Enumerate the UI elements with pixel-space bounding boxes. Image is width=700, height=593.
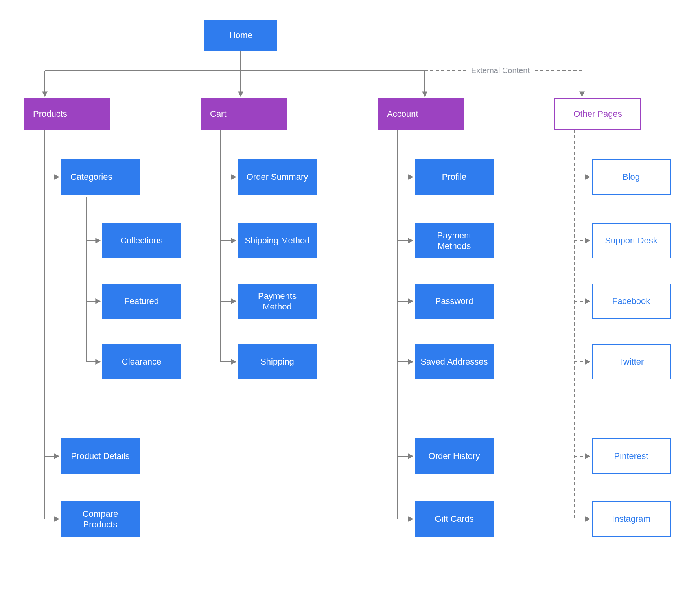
- node-profile[interactable]: Profile: [415, 159, 494, 195]
- node-products[interactable]: Products: [24, 98, 110, 130]
- node-blog[interactable]: Blog: [592, 159, 671, 195]
- node-account[interactable]: Account: [378, 98, 464, 130]
- node-shipping-method[interactable]: Shipping Method: [238, 223, 317, 258]
- node-home[interactable]: Home: [204, 20, 277, 51]
- node-shipping[interactable]: Shipping: [238, 344, 317, 379]
- node-order-summary[interactable]: Order Summary: [238, 159, 317, 195]
- sitemap-canvas: External Content Home Products Cart Acco…: [0, 0, 700, 593]
- node-twitter[interactable]: Twitter: [592, 344, 671, 379]
- node-pinterest[interactable]: Pinterest: [592, 438, 671, 474]
- node-categories[interactable]: Categories: [61, 159, 140, 195]
- node-order-history[interactable]: Order History: [415, 438, 494, 474]
- edge-label-external: External Content: [468, 66, 533, 75]
- node-facebook[interactable]: Facebook: [592, 284, 671, 319]
- node-product-details[interactable]: Product Details: [61, 438, 140, 474]
- node-other-pages[interactable]: Other Pages: [554, 98, 641, 130]
- node-payments-method[interactable]: Payments Method: [238, 284, 317, 319]
- node-compare-products[interactable]: Compare Products: [61, 501, 140, 537]
- node-support-desk[interactable]: Support Desk: [592, 223, 671, 258]
- node-instagram[interactable]: Instagram: [592, 501, 671, 537]
- node-gift-cards[interactable]: Gift Cards: [415, 501, 494, 537]
- node-featured[interactable]: Featured: [102, 284, 181, 319]
- node-cart[interactable]: Cart: [201, 98, 287, 130]
- node-clearance[interactable]: Clearance: [102, 344, 181, 379]
- node-password[interactable]: Password: [415, 284, 494, 319]
- node-collections[interactable]: Collections: [102, 223, 181, 258]
- node-saved-addresses[interactable]: Saved Addresses: [415, 344, 494, 379]
- node-payment-methods[interactable]: Payment Methods: [415, 223, 494, 258]
